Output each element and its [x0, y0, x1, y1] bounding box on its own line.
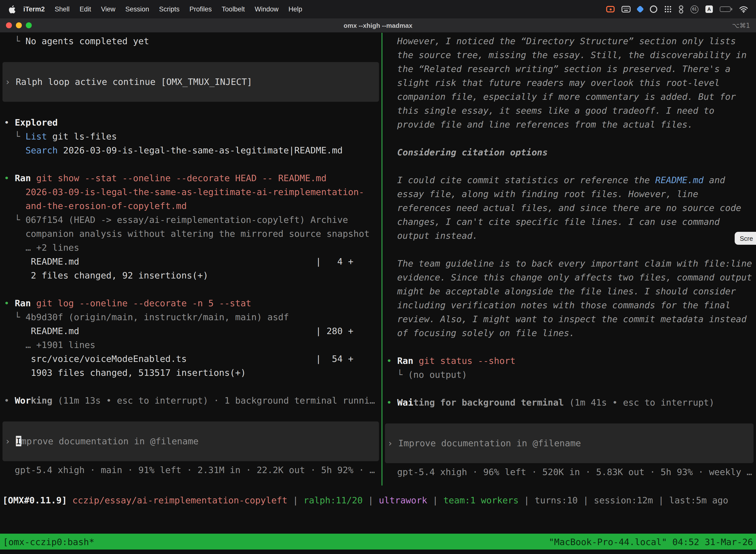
text-segment: of focusing solely on file lines.	[386, 328, 575, 338]
dots-grid-icon[interactable]	[664, 5, 672, 13]
terminal-line	[382, 131, 756, 146]
close-button[interactable]	[6, 22, 12, 28]
raycast-icon[interactable]	[636, 5, 644, 13]
menu-item-toolbelt[interactable]: Toolbelt	[217, 5, 250, 13]
text-segment: mprove documentation in @filename	[21, 436, 198, 446]
text-segment: src/voice/voiceModeEnabled.ts | 54 +	[4, 353, 354, 364]
terminal-line: Search 2026-03-09-is-legal-the-same-as-l…	[0, 144, 381, 157]
text-segment: 1903 files changed, 513517 insertions(+)	[4, 367, 246, 378]
terminal-line	[382, 159, 756, 173]
menu-item-session[interactable]: Session	[120, 5, 154, 13]
menu-item-iterm2[interactable]: iTerm2	[18, 5, 50, 13]
text-segment: evidence. Since this change only affects…	[386, 272, 752, 282]
apple-logo-icon[interactable]	[9, 5, 15, 13]
terminal-line: › Improve documentation in @filename	[385, 436, 754, 450]
terminal-line	[0, 282, 381, 296]
circle-app-icon[interactable]	[650, 5, 657, 13]
right-scrollback: However, I noticed the “Directory Struct…	[382, 34, 756, 424]
text-segment: List	[25, 131, 47, 142]
text-segment: Considering citation options	[386, 147, 548, 157]
gauge-icon[interactable]: 61	[691, 5, 698, 13]
zoom-button[interactable]	[26, 22, 32, 28]
terminal-line: including verification notes with those …	[382, 298, 756, 312]
screen-record-indicator-icon[interactable]	[606, 6, 615, 12]
right-prompt-input[interactable]: › Improve documentation in @filename	[385, 424, 754, 463]
text-segment: README.md | 4 +	[4, 256, 354, 267]
wifi-icon[interactable]	[739, 6, 748, 13]
window-shortcut-hint: ⌥⌘1	[732, 21, 750, 29]
terminal-line: However, I noticed the “Directory Struct…	[382, 34, 756, 48]
text-segment: team:1 workers	[443, 495, 518, 505]
text-segment: git log --oneline --decorate -n 5 --stat	[31, 298, 251, 308]
menu-item-edit[interactable]: Edit	[75, 5, 96, 13]
text-segment: Explored	[15, 117, 58, 127]
terminal-line: └ No agents completed yet	[0, 34, 381, 48]
tmux-status-bar: [omx-cczip0:bash* "MacBook-Pro-44.local"…	[0, 534, 756, 550]
left-terminal-pane[interactable]: └ No agents completed yet › Ralph loop a…	[0, 33, 381, 486]
text-segment: Ralph loop active continue [OMX_TMUX_INJ…	[16, 76, 252, 87]
text-segment: •	[4, 173, 15, 183]
key-icon[interactable]	[679, 5, 684, 14]
terminal-line: evidence. Since this change only affects…	[382, 271, 756, 284]
right-terminal-pane[interactable]: However, I noticed the “Directory Struct…	[382, 33, 756, 486]
text-segment: Wor	[15, 395, 31, 405]
terminal-line: and-the-erosion-of-copyleft.md	[0, 199, 381, 213]
terminal-line	[0, 157, 381, 171]
terminal-line: changes, I can't cite specific file line…	[382, 215, 756, 229]
battery-icon[interactable]	[720, 6, 732, 12]
terminal-line	[382, 382, 756, 396]
terminal-line: src/voice/voiceModeEnabled.ts | 54 +	[0, 352, 381, 366]
text-segment: |	[288, 495, 304, 505]
text-segment: and	[704, 175, 725, 185]
window-title-bar: omx --xhigh --madmax ⌥⌘1	[0, 18, 756, 33]
text-segment: Ran	[15, 173, 31, 183]
text-segment: |	[427, 495, 443, 505]
tmux-panes: └ No agents completed yet › Ralph loop a…	[0, 33, 756, 486]
terminal-line: the source tree, missing the essay. Stil…	[382, 48, 756, 62]
desktop-screen: iTerm2 Shell Edit View Session Scripts P…	[0, 0, 756, 554]
text-segment: … +1901 lines	[4, 340, 95, 350]
terminal-line	[0, 48, 381, 62]
screen-share-pill[interactable]: Scre	[735, 232, 756, 245]
input-source-icon[interactable]: A	[705, 5, 713, 13]
text-segment: companion file, especially if more comme…	[386, 91, 736, 102]
text-segment: |	[363, 495, 379, 505]
text-segment: review. Also, I might want to inspect th…	[386, 314, 747, 324]
text-segment: ultrawork	[379, 495, 427, 505]
terminal-line: Considering citation options	[382, 146, 756, 159]
left-prompt-input[interactable]: › Improve documentation in @filename	[2, 422, 379, 461]
terminal-line: the “Related research writing” section i…	[382, 62, 756, 76]
keyboard-icon[interactable]	[622, 6, 630, 12]
menu-item-scripts[interactable]: Scripts	[154, 5, 185, 13]
text-segment: slight risk that future readers may over…	[386, 77, 720, 88]
text-segment: Ran	[15, 298, 31, 308]
left-scrollback-top: └ No agents completed yet	[0, 34, 381, 62]
terminal-line: this single essay, it seems like a good …	[382, 104, 756, 118]
menu-item-profiles[interactable]: Profiles	[185, 5, 217, 13]
menu-item-help[interactable]: Help	[284, 5, 307, 13]
text-segment: git show --stat --oneline --decorate HEA…	[31, 173, 326, 183]
terminal-line: … +1901 lines	[0, 338, 381, 352]
terminal-line: › Ralph loop active continue [OMX_TMUX_I…	[2, 75, 379, 89]
menu-item-shell[interactable]: Shell	[50, 5, 75, 13]
text-segment: cczip/essay/ai-reimplementation-copyleft	[72, 495, 288, 505]
terminal-line: └ 4b9d30f (origin/main, instructkr/main,…	[0, 310, 381, 324]
minimize-button[interactable]	[16, 22, 22, 28]
text-segment: Improve documentation in @filename	[398, 438, 581, 448]
menu-item-window[interactable]: Window	[250, 5, 284, 13]
text-segment: •	[4, 298, 15, 308]
text-segment: •	[386, 355, 397, 366]
terminal-line: 2026-03-09-is-legal-the-same-as-legitima…	[0, 185, 381, 199]
text-segment: However, I noticed the “Directory Struct…	[386, 36, 736, 46]
tmux-session-label: [omx-cczip0:bash*	[3, 536, 94, 547]
text-segment: ›	[5, 76, 16, 87]
terminal-line	[0, 407, 381, 422]
text-segment: •	[4, 395, 15, 405]
menu-item-view[interactable]: View	[96, 5, 120, 13]
terminal-line	[382, 340, 756, 354]
bottom-strip	[0, 550, 756, 554]
text-segment: Wai	[397, 397, 413, 407]
terminal-line: └ List git ls-files	[0, 129, 381, 144]
text-segment: README.md | 280 +	[4, 326, 354, 336]
terminal-line	[0, 102, 381, 116]
